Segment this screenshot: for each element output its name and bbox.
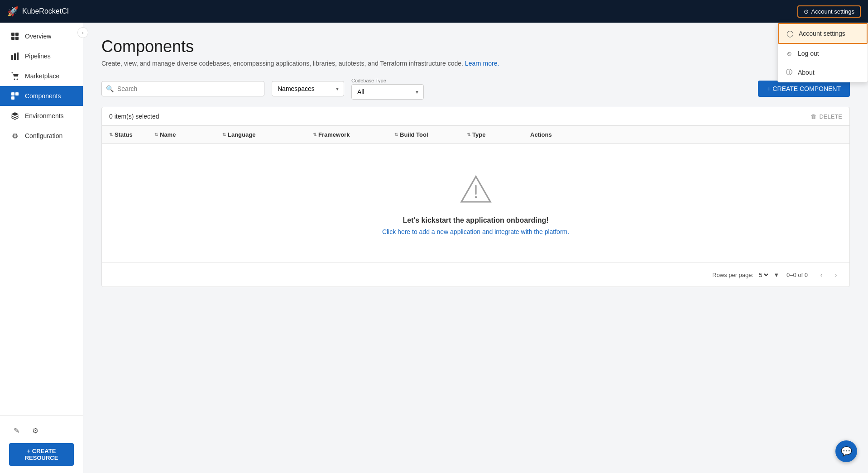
sidebar-nav: Overview Pipelines (0, 23, 83, 416)
svg-rect-11 (11, 96, 14, 100)
sidebar-item-environments[interactable]: Environments (0, 106, 83, 126)
table-header: ⇅ Status ⇅ Name ⇅ Language ⇅ Framework ⇅ (102, 126, 849, 144)
sidebar-footer: ✎ ⚙ + CREATE RESOURCE (0, 416, 83, 473)
pagination-prev-button[interactable]: ‹ (815, 268, 828, 281)
col-framework[interactable]: ⇅ Framework (313, 131, 394, 138)
sidebar-item-marketplace-label: Marketplace (25, 72, 59, 80)
sort-icon-build-tool: ⇅ (394, 132, 398, 137)
sidebar-item-pipelines[interactable]: Pipelines (0, 46, 83, 66)
page-title: Components (101, 37, 850, 56)
col-build-tool[interactable]: ⇅ Build Tool (394, 131, 467, 138)
col-name[interactable]: ⇅ Name (154, 131, 222, 138)
pagination-nav: ‹ › (815, 268, 842, 281)
layers-icon (10, 111, 19, 120)
pagination-range: 0–0 of 0 (786, 272, 808, 278)
sort-icon-framework: ⇅ (313, 132, 317, 137)
dropdown-account-settings[interactable]: ◯ Account settings (778, 23, 868, 44)
learn-more-link[interactable]: Learn more. (465, 60, 499, 67)
empty-state: Let's kickstart the application onboardi… (102, 144, 849, 263)
sidebar-item-configuration[interactable]: ⚙ Configuration (0, 126, 83, 146)
rows-per-page-arrow: ▼ (773, 272, 779, 278)
user-menu-label: Account settings (811, 8, 854, 15)
delete-label: DELETE (819, 113, 842, 120)
components-table: 0 item(s) selected 🗑 DELETE ⇅ Status ⇅ N… (101, 107, 850, 287)
edit-icon[interactable]: ✎ (9, 423, 24, 438)
empty-state-link[interactable]: Click here to add a new application and … (382, 228, 569, 235)
sidebar-item-environments-label: Environments (25, 112, 64, 119)
col-actions: Actions (530, 131, 842, 138)
sidebar-item-overview[interactable]: Overview (0, 26, 83, 46)
sidebar-item-marketplace[interactable]: Marketplace (0, 66, 83, 86)
toolbar: 🔍 Namespaces ▼ Codebase Type All ▼ (101, 78, 850, 100)
dropdown-log-out-label: Log out (798, 50, 819, 57)
svg-point-7 (14, 79, 15, 80)
chat-icon: 💬 (841, 446, 852, 457)
svg-rect-6 (17, 53, 19, 60)
search-wrapper: 🔍 (101, 81, 264, 96)
pagination: Rows per page: 5 ▼ 0–0 of 0 ‹ › (102, 263, 849, 287)
sidebar-item-components-label: Components (25, 92, 61, 100)
svg-rect-9 (11, 92, 14, 96)
top-nav: 🚀 KubeRocketCI ⊙ Account settings ◯ Acco… (0, 0, 868, 23)
create-component-button[interactable]: + CREATE COMPONENT (758, 81, 850, 97)
search-icon: 🔍 (106, 85, 114, 92)
sidebar-item-pipelines-label: Pipelines (25, 53, 51, 60)
user-menu-button[interactable]: ⊙ Account settings (797, 5, 861, 18)
grid-icon (10, 32, 19, 41)
sidebar: ‹ Overview (0, 23, 83, 473)
trash-icon: 🗑 (810, 113, 816, 120)
codebase-type-label: Codebase Type (351, 78, 424, 83)
svg-rect-3 (15, 37, 19, 40)
pagination-next-button[interactable]: › (830, 268, 842, 281)
svg-rect-10 (15, 92, 19, 96)
svg-point-13 (475, 196, 477, 198)
codebase-type-group: Codebase Type All ▼ (351, 78, 424, 100)
dropdown-about-label: About (798, 69, 815, 76)
col-status[interactable]: ⇅ Status (109, 131, 154, 138)
create-resource-button[interactable]: + CREATE RESOURCE (9, 443, 74, 466)
search-input[interactable] (101, 81, 264, 96)
codebase-type-select[interactable]: All (351, 84, 424, 100)
svg-rect-2 (11, 37, 14, 40)
sort-icon-type: ⇅ (467, 132, 470, 137)
sidebar-item-configuration-label: Configuration (25, 132, 62, 139)
app-logo: 🚀 KubeRocketCI (7, 6, 69, 17)
chat-fab-button[interactable]: 💬 (835, 440, 857, 462)
rows-per-page-label: Rows per page: (712, 272, 753, 278)
sort-icon-language: ⇅ (222, 132, 226, 137)
logout-icon: ⎋ (785, 49, 793, 57)
logo-icon: 🚀 (7, 6, 19, 17)
sort-icon-name: ⇅ (154, 132, 158, 137)
col-type[interactable]: ⇅ Type (467, 131, 530, 138)
warning-triangle-icon (458, 171, 494, 207)
rows-per-page: Rows per page: 5 ▼ (712, 271, 779, 279)
person-icon: ◯ (786, 29, 794, 38)
settings-icon[interactable]: ⚙ (28, 423, 43, 438)
sidebar-collapse-button[interactable]: ‹ (77, 27, 88, 38)
svg-rect-1 (15, 33, 19, 36)
bar-chart-icon (10, 52, 19, 61)
sidebar-item-components[interactable]: Components (0, 86, 83, 106)
user-icon: ⊙ (804, 8, 809, 15)
svg-rect-4 (11, 55, 13, 60)
create-resource-label: + CREATE RESOURCE (14, 448, 68, 461)
items-selected-text: 0 item(s) selected (109, 113, 159, 120)
items-selected-bar: 0 item(s) selected 🗑 DELETE (102, 107, 849, 126)
dropdown-account-settings-label: Account settings (799, 30, 845, 37)
user-dropdown-menu: ◯ Account settings ⎋ Log out ⓘ About (777, 23, 868, 82)
namespaces-select[interactable]: Namespaces (272, 81, 344, 96)
dropdown-about[interactable]: ⓘ About (778, 63, 868, 82)
app-name: KubeRocketCI (22, 7, 69, 15)
empty-state-title: Let's kickstart the application onboardi… (403, 216, 548, 225)
svg-rect-0 (11, 33, 14, 36)
create-component-label: + CREATE COMPONENT (767, 85, 841, 92)
svg-point-8 (17, 79, 18, 80)
components-icon (10, 91, 19, 100)
sidebar-item-overview-label: Overview (25, 33, 51, 40)
dropdown-log-out[interactable]: ⎋ Log out (778, 44, 868, 63)
namespaces-select-wrapper: Namespaces ▼ (272, 81, 344, 96)
rows-per-page-select[interactable]: 5 (757, 271, 770, 279)
delete-button[interactable]: 🗑 DELETE (810, 113, 842, 120)
codebase-type-select-wrapper: All ▼ (351, 84, 424, 100)
col-language[interactable]: ⇅ Language (222, 131, 313, 138)
